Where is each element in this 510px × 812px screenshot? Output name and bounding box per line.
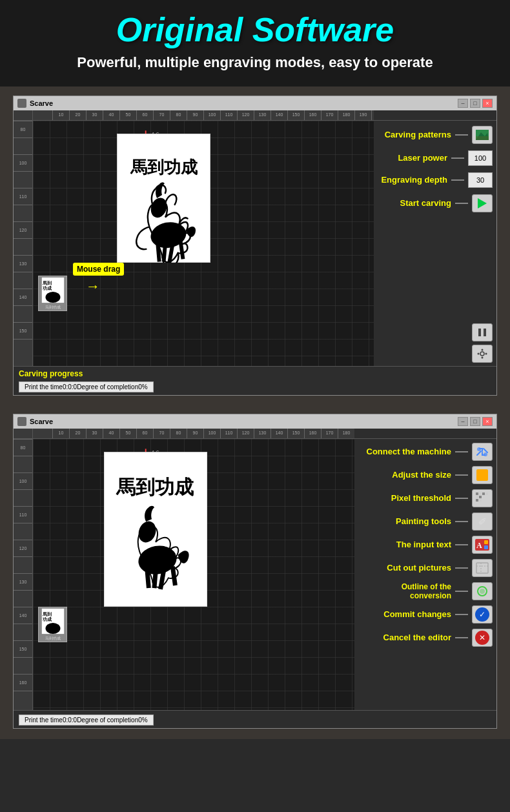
minimize-btn-2[interactable]: – xyxy=(458,417,468,426)
extra-btns-1 xyxy=(472,323,493,363)
engraving-depth-label: Engraving depth xyxy=(378,175,447,185)
cut-icon xyxy=(476,562,489,574)
engraving-depth-row: Engraving depth 30 xyxy=(378,172,493,188)
canvas-2[interactable]: ✛ 4.6 4.6 馬到功成 xyxy=(33,439,354,710)
title-bar-left-1: Scarve xyxy=(17,99,53,108)
adjust-size-btn[interactable] xyxy=(472,466,493,484)
laser-power-input[interactable]: 100 xyxy=(468,150,493,166)
panel2-window: Scarve – □ × 10 20 30 40 50 60 70 80 xyxy=(13,414,497,729)
rm2: 110 xyxy=(220,429,237,438)
cancel-editor-btn[interactable]: ✕ xyxy=(472,629,493,647)
commit-changes-btn[interactable]: ✓ xyxy=(472,605,493,624)
cut-pictures-btn[interactable] xyxy=(472,559,493,577)
connect-machine-btn[interactable] xyxy=(472,443,493,461)
svg-point-18 xyxy=(480,352,484,356)
lrm: 100 xyxy=(14,154,32,171)
lrm2: 160 xyxy=(14,674,32,691)
pixel-threshold-label: Pixel threshold xyxy=(358,493,451,503)
window-controls-1: – □ × xyxy=(458,99,493,108)
settings-icon xyxy=(476,348,488,360)
pixel-threshold-btn[interactable] xyxy=(472,489,493,507)
lrm: 140 xyxy=(14,289,32,305)
rm: 20 xyxy=(69,110,86,120)
rm: 130 xyxy=(254,110,270,120)
svg-text:馬到功成: 馬到功成 xyxy=(116,476,194,498)
engraving-depth-input[interactable]: 30 xyxy=(468,172,493,188)
lrm2 xyxy=(14,523,32,540)
input-text-btn[interactable]: A xyxy=(472,536,493,554)
carving-patterns-btn[interactable] xyxy=(472,126,493,144)
canvas-1[interactable]: ✛ 4.6 4.6 馬到功成 xyxy=(33,121,374,366)
rm2: 60 xyxy=(136,429,153,438)
line-4 xyxy=(455,203,468,204)
lrm: 130 xyxy=(14,255,32,272)
rm: 50 xyxy=(119,110,136,120)
carving-patterns-row: Carving patterns xyxy=(378,126,493,144)
svg-point-21 xyxy=(478,352,480,354)
rm: 30 xyxy=(86,110,103,120)
main-area-2: 80 100 110 120 130 140 150 160 xyxy=(14,439,496,710)
cline-8 xyxy=(455,614,468,615)
top-ruler-2: 10 20 30 40 50 60 70 80 90 100 110 120 1… xyxy=(33,429,354,439)
svg-point-22 xyxy=(485,352,487,354)
svg-rect-42 xyxy=(476,496,478,498)
rm: 120 xyxy=(237,110,254,120)
cline-5 xyxy=(455,544,468,545)
extra-btn-1a[interactable] xyxy=(472,323,493,341)
close-btn-2[interactable]: × xyxy=(482,417,493,426)
svg-text:功成: 功成 xyxy=(42,616,51,622)
main-title: Original Software xyxy=(13,12,497,48)
svg-text:A: A xyxy=(476,541,482,550)
close-btn-1[interactable]: × xyxy=(482,99,493,108)
carving-progress-label: Carving progress xyxy=(19,369,491,378)
lrm2: 140 xyxy=(14,607,32,624)
svg-rect-39 xyxy=(479,492,482,495)
bottom-bar-1: Carving progress Print the time0:0:0Degr… xyxy=(14,366,496,395)
line-3 xyxy=(451,179,464,181)
extra-btn-1b[interactable] xyxy=(472,345,493,363)
maximize-btn-1[interactable]: □ xyxy=(470,99,480,108)
lrm xyxy=(14,205,32,221)
laser-power-row: Laser power 100 xyxy=(378,150,493,166)
thumbnail-2: 馬到 功成 马到功成 xyxy=(38,607,67,642)
line-1 xyxy=(455,134,468,136)
painting-tools-label: Painting tools xyxy=(358,516,451,526)
main-area-1: 80 100 110 120 130 140 150 ✛ xyxy=(14,121,496,366)
cline-4 xyxy=(455,521,468,522)
rm: 180 xyxy=(338,110,354,120)
outline-icon xyxy=(476,585,489,597)
rm: 90 xyxy=(187,110,203,120)
start-carving-btn[interactable] xyxy=(472,194,493,212)
minimize-btn-1[interactable]: – xyxy=(458,99,468,108)
cline-3 xyxy=(455,498,468,499)
svg-rect-43 xyxy=(479,496,482,498)
horse-image-2: 馬到功成 xyxy=(104,452,207,606)
maximize-btn-2[interactable]: □ xyxy=(470,417,480,426)
ruler-marks-2: 10 20 30 40 50 60 70 80 90 100 110 120 1… xyxy=(52,429,354,438)
thumb-label-2: 马到功成 xyxy=(45,636,61,642)
print-info-2: Print the time0:0:0Degree of completion0… xyxy=(19,715,154,726)
ruler-area-1: 10 20 30 40 50 60 70 80 90 100 110 120 1… xyxy=(14,110,496,121)
rm2: 10 xyxy=(52,429,69,438)
panel1-window: Scarve – □ × 10 20 30 40 50 60 70 80 xyxy=(13,96,497,396)
svg-text:馬到功成: 馬到功成 xyxy=(130,157,198,176)
title-bar-left-2: Scarve xyxy=(17,417,53,426)
rm: 100 xyxy=(203,110,220,120)
painting-tools-btn[interactable]: ✏ xyxy=(472,513,493,531)
svg-point-35 xyxy=(45,623,60,634)
outline-row: Outline of the conversion xyxy=(358,582,493,600)
outline-btn[interactable] xyxy=(472,582,493,600)
adjust-size-label: Adjust the size xyxy=(358,470,451,480)
commit-changes-label: Commit changes xyxy=(358,609,451,619)
rm: 10 xyxy=(52,110,69,120)
rm2: 180 xyxy=(338,429,354,438)
start-carving-label: Start carving xyxy=(378,198,451,208)
rm2: 70 xyxy=(153,429,170,438)
sidebar-header-1 xyxy=(374,110,496,121)
checkmark-icon: ✓ xyxy=(475,607,489,622)
rm2: 20 xyxy=(69,429,86,438)
rm: 190 xyxy=(354,110,371,120)
lrm2: 130 xyxy=(14,573,32,590)
lrm xyxy=(14,171,32,188)
rm2: 140 xyxy=(270,429,287,438)
